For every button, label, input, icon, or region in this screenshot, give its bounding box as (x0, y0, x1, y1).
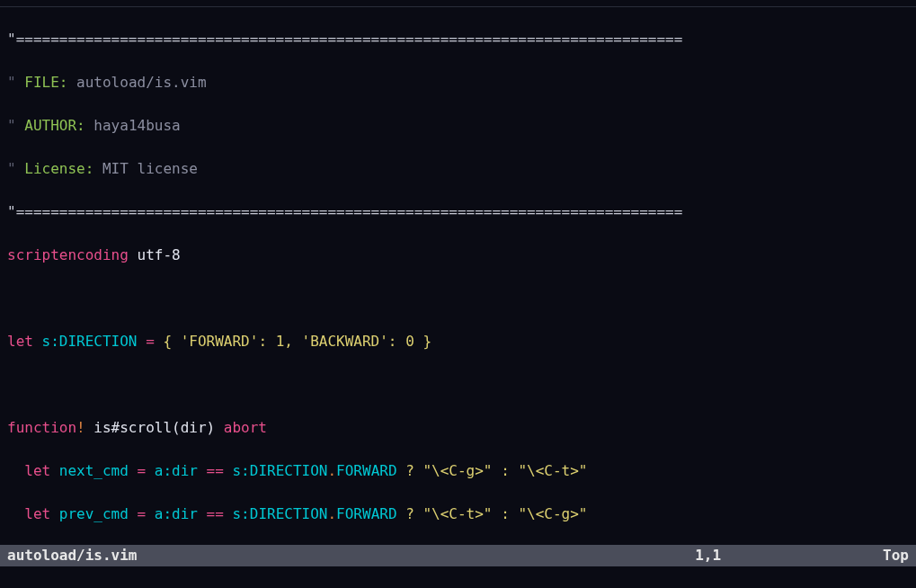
window-top-border (0, 0, 916, 7)
let-next-cmd-line: let next_cmd = a:dir == s:DIRECTION.FORW… (7, 460, 909, 482)
author-header-line: " AUTHOR: haya14busa (7, 115, 909, 137)
let-direction-line: let s:DIRECTION = { 'FORWARD': 1, 'BACKW… (7, 331, 909, 352)
status-scroll: Top (883, 545, 909, 566)
license-header-line: " License: MIT license (7, 158, 909, 180)
blank-line (7, 374, 909, 396)
status-position: 1,1 (695, 545, 721, 566)
file-header-line: " FILE: autoload/is.vim (7, 72, 909, 94)
let-prev-cmd-line: let prev_cmd = a:dir == s:DIRECTION.FORW… (7, 503, 909, 525)
status-bar: autoload/is.vim 1,1 Top (0, 545, 916, 566)
command-line[interactable] (0, 566, 916, 588)
comment-rule: "=======================================… (7, 29, 909, 50)
comment-rule: "=======================================… (7, 201, 909, 223)
scriptencoding-line: scriptencoding utf-8 (7, 245, 909, 266)
blank-line (7, 288, 909, 309)
code-editor[interactable]: "=======================================… (0, 7, 916, 588)
status-filename: autoload/is.vim (7, 545, 138, 566)
function-def-line: function! is#scroll(dir) abort (7, 417, 909, 439)
status-spacer (138, 545, 696, 566)
